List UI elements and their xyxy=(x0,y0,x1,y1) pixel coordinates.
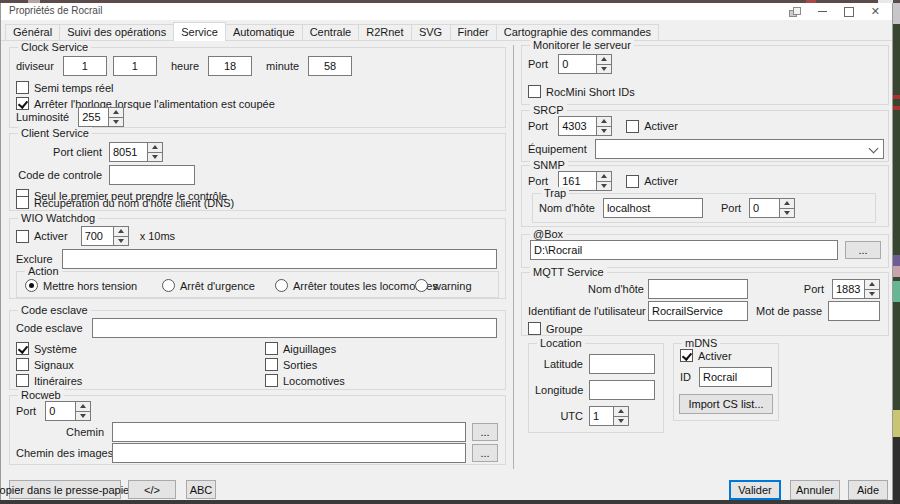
arreter-locomotives-radio[interactable] xyxy=(275,279,288,292)
systeme-label: Système xyxy=(34,343,77,355)
trap-host-input[interactable] xyxy=(603,198,703,218)
maximize-icon[interactable] xyxy=(844,7,854,17)
abc-button[interactable]: ABC xyxy=(186,480,216,499)
rocmini-label: RocMini Short IDs xyxy=(546,86,635,98)
longitude-input[interactable] xyxy=(589,380,655,400)
snmp-activer-label: Activer xyxy=(644,175,678,187)
spin-down-icon[interactable] xyxy=(613,417,629,427)
systeme-checkbox[interactable] xyxy=(16,342,29,355)
aide-button[interactable]: Aide xyxy=(848,480,888,500)
spin-up-icon[interactable] xyxy=(864,279,880,290)
spin-down-icon[interactable] xyxy=(108,118,124,128)
spin-up-icon[interactable] xyxy=(779,198,795,209)
tab-finder[interactable]: Finder xyxy=(450,24,497,40)
spin-up-icon[interactable] xyxy=(596,54,612,65)
mdns-id-input[interactable] xyxy=(699,367,772,387)
utc-label: UTC xyxy=(535,410,583,422)
copy-to-clipboard-button[interactable]: Copier dans le presse-papiers xyxy=(9,480,121,499)
snmp-activer-checkbox[interactable] xyxy=(626,175,639,188)
diviseur-input-2[interactable] xyxy=(113,56,157,76)
groupe-checkbox[interactable] xyxy=(528,322,541,335)
mdns-group: mDNS Activer ID Import CS list... xyxy=(673,343,779,421)
spin-up-icon[interactable] xyxy=(596,171,612,182)
aiguillages-checkbox[interactable] xyxy=(265,342,278,355)
tab-automatique[interactable]: Automatique xyxy=(225,24,303,40)
diviseur-input-1[interactable] xyxy=(63,56,107,76)
tab-r2rnet[interactable]: R2Rnet xyxy=(358,24,411,40)
mqtt-port-stepper[interactable] xyxy=(832,279,880,299)
watchdog-activer-checkbox[interactable] xyxy=(16,230,29,243)
tab-cartographie[interactable]: Cartographie des commandes xyxy=(496,24,659,40)
srcp-port-stepper[interactable] xyxy=(558,116,612,136)
atbox-path-input[interactable] xyxy=(530,240,838,260)
rocweb-port-stepper[interactable] xyxy=(45,401,91,421)
exclure-input[interactable] xyxy=(62,249,497,269)
window-title: Propriétés de Rocrail xyxy=(9,5,102,16)
spin-up-icon[interactable] xyxy=(147,142,163,153)
spin-up-icon[interactable] xyxy=(108,107,124,118)
tab-svg[interactable]: SVG xyxy=(411,24,451,40)
signaux-label: Signaux xyxy=(34,359,74,371)
tab-general[interactable]: Général xyxy=(5,24,60,40)
minute-input[interactable] xyxy=(308,56,352,76)
dns-checkbox[interactable] xyxy=(16,196,29,209)
mqtt-title: MQTT Service xyxy=(530,266,607,279)
rocmini-checkbox[interactable] xyxy=(528,85,541,98)
spin-down-icon[interactable] xyxy=(75,412,91,422)
semi-temps-reel-checkbox[interactable] xyxy=(16,81,29,94)
mettre-hors-tension-radio[interactable] xyxy=(25,279,38,292)
annuler-button[interactable]: Annuler xyxy=(790,480,840,500)
srcp-activer-checkbox[interactable] xyxy=(626,120,639,133)
spin-up-icon[interactable] xyxy=(75,401,91,412)
window-restore-icon[interactable] xyxy=(789,7,801,17)
tab-service[interactable]: Service xyxy=(173,22,226,41)
trap-group: Trap Nom d'hôte Port xyxy=(532,193,876,223)
close-icon[interactable]: ✕ xyxy=(871,6,880,17)
watchdog-interval-stepper[interactable] xyxy=(81,226,129,246)
spin-down-icon[interactable] xyxy=(596,127,612,137)
chemin-images-input[interactable] xyxy=(112,443,466,463)
valider-button[interactable]: Valider xyxy=(729,480,781,500)
minimize-icon[interactable] xyxy=(818,11,827,12)
port-client-stepper[interactable] xyxy=(109,142,163,162)
itineraires-checkbox[interactable] xyxy=(16,374,29,387)
spin-down-icon[interactable] xyxy=(596,182,612,192)
mqtt-host-input[interactable] xyxy=(648,279,748,299)
mdns-activer-checkbox[interactable] xyxy=(680,349,693,362)
heure-input[interactable] xyxy=(208,56,252,76)
code-view-button[interactable]: </> xyxy=(128,480,176,499)
equipement-label: Équipement xyxy=(528,143,587,155)
spin-down-icon[interactable] xyxy=(864,290,880,300)
tab-centrale[interactable]: Centrale xyxy=(302,24,360,40)
spin-down-icon[interactable] xyxy=(596,65,612,75)
warning-radio[interactable] xyxy=(415,279,428,292)
spin-up-icon[interactable] xyxy=(596,116,612,127)
code-esclave-input[interactable] xyxy=(92,318,497,338)
sorties-checkbox[interactable] xyxy=(265,358,278,371)
tab-suivi-des-operations[interactable]: Suivi des opérations xyxy=(59,24,174,40)
mqtt-user-input[interactable] xyxy=(648,301,748,321)
utc-stepper[interactable] xyxy=(589,406,629,426)
arret-urgence-radio[interactable] xyxy=(162,279,175,292)
spin-down-icon[interactable] xyxy=(147,153,163,163)
spin-up-icon[interactable] xyxy=(613,406,629,417)
import-cs-list-button[interactable]: Import CS list... xyxy=(679,394,773,414)
monitor-group: Monitorer le serveur Port RocMini Short … xyxy=(521,45,889,105)
spin-up-icon[interactable] xyxy=(113,226,129,237)
chemin-input[interactable] xyxy=(112,422,466,442)
signaux-checkbox[interactable] xyxy=(16,358,29,371)
luminosite-stepper[interactable] xyxy=(78,107,124,127)
code-de-controle-input[interactable] xyxy=(109,165,195,185)
mqtt-pass-input[interactable] xyxy=(828,301,880,321)
equipement-dropdown[interactable] xyxy=(595,139,884,159)
atbox-browse-button[interactable]: ... xyxy=(845,241,881,259)
mqtt-group: MQTT Service Nom d'hôte Port Identifiant… xyxy=(521,272,889,336)
latitude-input[interactable] xyxy=(589,354,655,374)
trap-port-stepper[interactable] xyxy=(749,198,795,218)
monitor-port-stepper[interactable] xyxy=(558,54,612,74)
locomotives-checkbox[interactable] xyxy=(265,374,278,387)
spin-down-icon[interactable] xyxy=(113,237,129,247)
spin-down-icon[interactable] xyxy=(779,209,795,219)
chemin-images-browse-button[interactable]: ... xyxy=(472,444,498,462)
chemin-browse-button[interactable]: ... xyxy=(472,423,498,441)
